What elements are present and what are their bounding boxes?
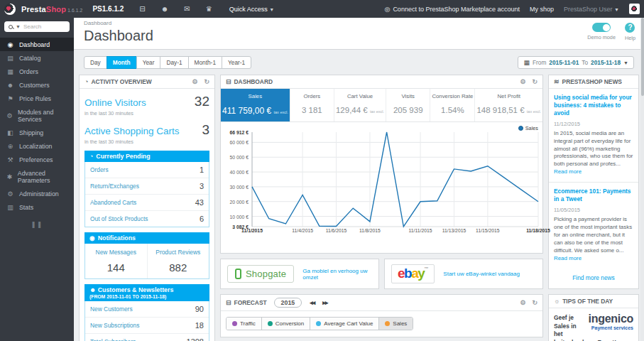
read-more-link[interactable]: Read more [554,168,582,175]
range-month-1-button[interactable]: Month-1 [188,56,222,69]
cart-icon: ⊟ [226,299,231,306]
search-scope-caret[interactable]: ▼ [16,24,21,29]
find-more-news-link[interactable]: Find more news [549,268,638,288]
page-scrollbar[interactable] [640,18,644,341]
sidebar-item-price-rules[interactable]: ⚑Price Rules [0,92,74,105]
metric-net-profit[interactable]: Net Profit148 918,51 € tax excl. [475,89,542,121]
metric-conversion-rate[interactable]: Conversion Rate1.54% [430,89,475,121]
gear-icon[interactable]: ⚙ [192,78,197,85]
metric-sales[interactable]: Sales411 759,00 € tax excl. [221,89,290,121]
range-year-button[interactable]: Year [136,56,161,69]
range-month-button[interactable]: Month [107,56,137,69]
table-row: Abandoned Carts43 [85,195,209,211]
topbar: PrestaShop1.6.1.2 PS1.6.1.2 ⊟ ☻ ✉ ♛ Quic… [0,0,644,18]
forecast-traffic-button[interactable]: Traffic [227,318,262,330]
page-header: Dashboard Dashboard Demo mode ? Help [74,18,644,50]
shopgate-logo: Shopgate [227,265,294,283]
orders-icon: ▦ [6,68,14,75]
sidebar-item-dashboard[interactable]: ◉Dashboard [0,38,74,51]
new-messages-link[interactable]: New Messages [96,249,136,256]
gear-icon[interactable]: ⚙ [520,299,525,306]
forecast-year[interactable]: 2015 [274,298,302,308]
range-day-button[interactable]: Day [84,56,107,69]
gear-icon[interactable]: ⚙ [520,78,525,85]
news-article-title[interactable]: Using social media for your business: 4 … [554,94,633,117]
metric-visits[interactable]: Visits205 939 [386,89,430,121]
sidebar-item-localization[interactable]: ⊕Localization [0,139,74,153]
user-menu[interactable]: PrestaShop User ▼ [564,6,619,13]
sidebar-item-orders[interactable]: ▦Orders [0,65,74,78]
pending-returns-link[interactable]: Return/Exchanges [90,183,139,190]
scrollbar-thumb[interactable] [641,18,644,96]
dashboard-icon: ◉ [6,41,14,48]
shopgate-banner[interactable]: Shopgate Ga mobiel en verhoog uw omzet [220,259,379,289]
quick-access-menu[interactable]: Quick Access ▼ [229,6,274,13]
forecast-sales-button[interactable]: Sales [379,318,413,330]
chart-legend[interactable]: Sales [518,125,538,131]
shipping-icon: ◧ [6,129,14,136]
demo-mode-toggle[interactable] [592,23,611,32]
cart-icon: ⊟ [226,78,231,85]
sidebar-search[interactable]: ▼ [4,21,70,32]
new-customers-link[interactable]: New Customers [90,305,133,313]
x-tick-label: 11/8/2015 [359,228,381,233]
range-year-1-button[interactable]: Year-1 [222,56,251,69]
refresh-icon[interactable]: ↻ [532,299,537,306]
metric-orders[interactable]: Orders3 181 [290,89,334,121]
forecast-next-button[interactable]: ▸▸ [322,299,327,306]
range-day-1-button[interactable]: Day-1 [160,56,188,69]
help-icon[interactable]: ? [625,23,635,33]
refresh-icon[interactable]: ↻ [204,78,209,85]
cart-icon[interactable]: ⊟ [139,5,145,13]
active-carts-link[interactable]: Active Shopping Carts [84,126,180,136]
out-of-stock-link[interactable]: Out of Stock Products [90,215,148,222]
sidebar-item-preferences[interactable]: ⚒Preferences [0,153,74,166]
sidebar-collapse-button[interactable]: ❚❚ [0,221,74,228]
pending-orders-link[interactable]: Orders [90,166,109,173]
news-article-title[interactable]: Ecommerce 101: Payments in a Tweet [554,188,633,203]
my-shop-link[interactable]: My shop [530,6,554,13]
sidebar-item-modules[interactable]: ⚙Modules and Services [0,105,74,126]
trophy-icon[interactable]: ♛ [206,5,212,13]
x-tick-label: 11/18/2015 [526,228,550,233]
marketplace-link[interactable]: ◎Connect to PrestaShop Marketplace accou… [385,6,520,13]
legend-dot-icon [518,126,523,131]
sidebar-item-stats[interactable]: ▥Stats [0,200,74,214]
ebay-banner[interactable]: ebay™ Start uw eBay-winkel vandaag [384,259,543,289]
date-range-picker[interactable]: ▦ From 2015-11-01 To 2015-11-18 ▼ [518,56,634,69]
forecast-conversion-button[interactable]: Conversion [262,318,310,330]
y-tick-label: 10 000 € [230,214,249,219]
new-subscriptions-link[interactable]: New Subscriptions [90,322,139,329]
demo-mode-label: Demo mode [587,34,616,40]
x-tick-label: 11/1/2015 [241,228,263,233]
dashboard-panel: ⊟ DASHBOARD ⚙ ↻ Sales411 759,00 € tax ex… [220,75,543,254]
ingenico-logo: ingenico Payment services [589,314,633,330]
ebay-link[interactable]: Start uw eBay-winkel vandaag [443,271,520,277]
forecast-avg-cart-button[interactable]: Average Cart Value [310,318,379,330]
notifications-grid: New Messages144 Product Reviews882 [84,244,209,279]
prestashop-news-panel: ≋ PRESTASHOP NEWS Using social media for… [548,75,639,289]
customer-icon[interactable]: ☻ [161,5,169,13]
shopgate-link[interactable]: Ga mobiel en verhoog uw omzet [302,268,372,281]
sidebar-item-advanced-parameters[interactable]: ✱Advanced Parameters [0,166,74,187]
online-visitors-sub: in the last 30 minutes [84,110,209,117]
sidebar-item-catalog[interactable]: ▤Catalog [0,51,74,65]
search-input[interactable] [23,23,65,30]
metric-cart-value[interactable]: Cart Value129,44 € tax excl. [334,89,386,121]
total-subscribers-link[interactable]: Total Subscribers [90,338,136,341]
refresh-icon[interactable]: ↻ [532,78,537,85]
sidebar-item-customers[interactable]: ☻Customers [0,78,74,92]
traffic-dot-icon [232,321,237,326]
lightbulb-icon: ☼ [554,298,560,305]
forecast-panel: ⊟ FORECAST 2015 ◂◂ ▸▸ ⚙ ↻ Traffic Conver… [220,294,543,337]
user-avatar[interactable] [629,4,640,14]
message-icon[interactable]: ✉ [184,5,190,13]
sidebar-item-administration[interactable]: ⚙Administration [0,187,74,200]
product-reviews-link[interactable]: Product Reviews [155,249,200,256]
online-visitors-link[interactable]: Online Visitors [84,97,146,108]
forecast-prev-button[interactable]: ◂◂ [310,299,315,306]
avg-cart-dot-icon [316,321,321,326]
read-more-link[interactable]: Read more [554,255,582,261]
abandoned-carts-link[interactable]: Abandoned Carts [90,199,136,206]
sidebar-item-shipping[interactable]: ◧Shipping [0,126,74,139]
